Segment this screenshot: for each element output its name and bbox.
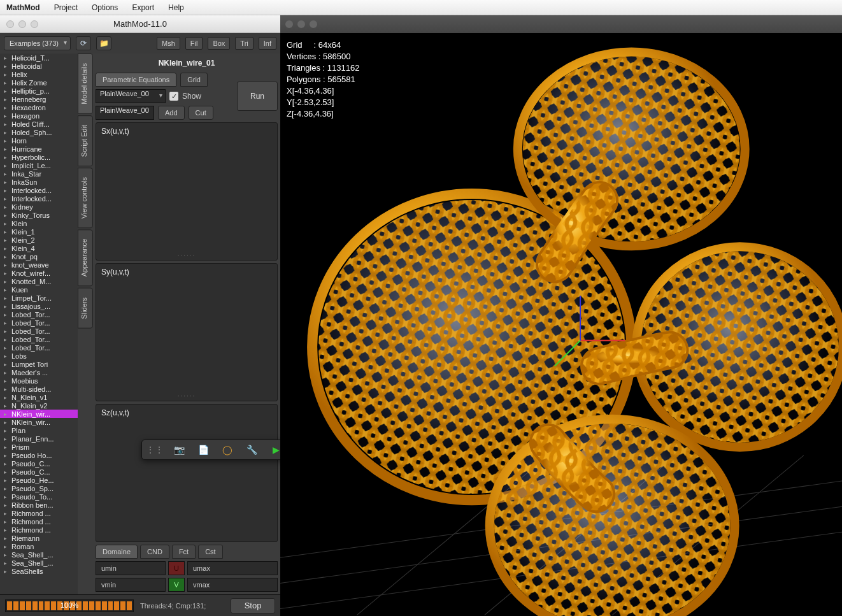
- folder-icon[interactable]: 📁: [96, 36, 111, 50]
- tree-item[interactable]: Holed Cliff...: [0, 120, 78, 128]
- wrench-icon[interactable]: 🔧: [245, 443, 258, 456]
- tree-item[interactable]: Klein_2: [0, 236, 78, 244]
- tree-item[interactable]: Hurricane: [0, 145, 78, 153]
- fil-button[interactable]: Fil: [185, 37, 203, 50]
- tree-item[interactable]: SeaShells: [0, 567, 78, 575]
- tree-item[interactable]: InkaSun: [0, 178, 78, 186]
- tree-item[interactable]: Planar_Enn...: [0, 434, 78, 443]
- sy-equation-input[interactable]: Sy(u,v,t) ······: [96, 263, 278, 401]
- tree-item[interactable]: Helicoid_T...: [0, 54, 78, 62]
- tab-grid[interactable]: Grid: [180, 73, 208, 87]
- tree-item[interactable]: Kinky_Torus: [0, 211, 78, 219]
- tab-model-details[interactable]: Model details: [78, 54, 93, 114]
- tree-item[interactable]: Knotted_M...: [0, 277, 78, 285]
- model-tree[interactable]: Helicoid_T...HelicoidalHelixHelix ZomeHe…: [0, 54, 78, 594]
- tree-item[interactable]: knot_weave: [0, 261, 78, 269]
- examples-dropdown[interactable]: Examples (373): [4, 36, 71, 50]
- show-checkbox[interactable]: ✓: [169, 92, 178, 101]
- menu-help[interactable]: Help: [168, 3, 184, 12]
- tree-item[interactable]: Plan: [0, 426, 78, 434]
- camera-icon[interactable]: 📷: [173, 443, 185, 456]
- tree-item[interactable]: Richmond ...: [0, 517, 78, 526]
- tab-sliders[interactable]: Sliders: [78, 288, 93, 329]
- tab-cnd[interactable]: CND: [140, 545, 169, 559]
- tree-item[interactable]: Klein_4: [0, 244, 78, 252]
- tree-item[interactable]: Knot_pq: [0, 252, 78, 261]
- tree-item[interactable]: NKlein_wir...: [0, 410, 78, 418]
- tree-item[interactable]: Lobed_Tor...: [0, 319, 78, 327]
- grip-icon[interactable]: ⋮⋮: [148, 443, 161, 456]
- tree-item[interactable]: Lobed_Tor...: [0, 327, 78, 335]
- tree-item[interactable]: Richmond ...: [0, 526, 78, 534]
- tree-item[interactable]: Helix Zome: [0, 78, 78, 87]
- vmin-input[interactable]: vmin: [96, 578, 166, 592]
- tree-item[interactable]: Klein_1: [0, 227, 78, 236]
- run-button[interactable]: Run: [237, 82, 278, 111]
- umin-input[interactable]: umin: [96, 561, 166, 575]
- tree-item[interactable]: Lobed_Tor...: [0, 343, 78, 352]
- tree-item[interactable]: Richmond ...: [0, 509, 78, 517]
- tab-script-edit[interactable]: Script Edit: [78, 115, 93, 166]
- tab-appearance[interactable]: Appearance: [78, 229, 93, 286]
- tree-item[interactable]: Hexaedron: [0, 103, 78, 111]
- tree-item[interactable]: Lumpet Tori: [0, 360, 78, 368]
- tree-item[interactable]: Inka_Star: [0, 169, 78, 178]
- tree-item[interactable]: Pseudo_Sp...: [0, 484, 78, 492]
- tree-item[interactable]: Ribbon ben...: [0, 501, 78, 509]
- sx-equation-input[interactable]: Sx(u,v,t) ······: [96, 122, 278, 261]
- tree-item[interactable]: Henneberg: [0, 95, 78, 103]
- stop-button[interactable]: Stop: [231, 598, 275, 613]
- tree-item[interactable]: Sea_Shell_...: [0, 550, 78, 559]
- tree-item[interactable]: Klein: [0, 219, 78, 227]
- tree-item[interactable]: Holed_Sph...: [0, 128, 78, 136]
- tree-item[interactable]: Riemann: [0, 534, 78, 542]
- tab-cst[interactable]: Cst: [198, 545, 223, 559]
- component-name-input[interactable]: PlainWeave_00: [96, 106, 154, 120]
- tab-view-controls[interactable]: View controls: [78, 168, 93, 228]
- sz-equation-input[interactable]: Sz(u,v,t): [96, 404, 278, 542]
- render-canvas[interactable]: [280, 33, 842, 616]
- tree-item[interactable]: NKlein_wir...: [0, 418, 78, 426]
- add-button[interactable]: Add: [158, 106, 185, 120]
- tree-item[interactable]: Pseudo_C...: [0, 468, 78, 476]
- tree-item[interactable]: Implicit_Le...: [0, 161, 78, 169]
- tree-item[interactable]: Limpet_Tor...: [0, 294, 78, 302]
- tree-item[interactable]: Lobed_Tor...: [0, 335, 78, 343]
- tree-item[interactable]: Roman: [0, 542, 78, 550]
- refresh-icon[interactable]: ⟳: [76, 36, 91, 50]
- tree-item[interactable]: Lobed_Tor...: [0, 310, 78, 319]
- cut-button[interactable]: Cut: [189, 106, 213, 120]
- tab-fct[interactable]: Fct: [172, 545, 196, 559]
- tree-item[interactable]: Sea_Shell_...: [0, 559, 78, 567]
- tree-item[interactable]: Helix: [0, 70, 78, 78]
- tree-item[interactable]: Pseudo Ho...: [0, 451, 78, 459]
- tab-parametric[interactable]: Parametric Equations: [96, 73, 176, 87]
- menu-export[interactable]: Export: [132, 3, 154, 12]
- ring-icon[interactable]: ◯: [221, 443, 234, 456]
- tree-item[interactable]: Helliptic_p...: [0, 87, 78, 95]
- tree-item[interactable]: Multi-sided...: [0, 385, 78, 393]
- inf-button[interactable]: Inf: [259, 37, 276, 50]
- tree-item[interactable]: Interlocked...: [0, 194, 78, 203]
- tree-item[interactable]: Maeder's ...: [0, 368, 78, 376]
- tree-item[interactable]: Interlocked...: [0, 186, 78, 194]
- tab-domaine[interactable]: Domaine: [96, 545, 138, 559]
- tree-item[interactable]: N_Klein_v2: [0, 401, 78, 410]
- msh-button[interactable]: Msh: [157, 37, 180, 50]
- menu-options[interactable]: Options: [92, 3, 118, 12]
- vmax-input[interactable]: vmax: [187, 578, 278, 592]
- tree-item[interactable]: Kidney: [0, 203, 78, 211]
- component-select[interactable]: PlainWeave_00: [96, 89, 166, 103]
- tree-item[interactable]: Hexagon: [0, 111, 78, 120]
- tree-item[interactable]: Horn: [0, 136, 78, 145]
- tree-item[interactable]: Moebius: [0, 376, 78, 385]
- tree-item[interactable]: Kuen: [0, 285, 78, 294]
- tree-item[interactable]: Hyperbolic...: [0, 153, 78, 161]
- page-icon[interactable]: 📄: [197, 443, 210, 456]
- tree-item[interactable]: Pseudo_He...: [0, 476, 78, 484]
- tree-item[interactable]: Lobs: [0, 352, 78, 360]
- umax-input[interactable]: umax: [187, 561, 278, 575]
- tree-item[interactable]: Pseudo_To...: [0, 492, 78, 501]
- box-button[interactable]: Box: [208, 37, 230, 50]
- tree-item[interactable]: Lissajous_...: [0, 302, 78, 310]
